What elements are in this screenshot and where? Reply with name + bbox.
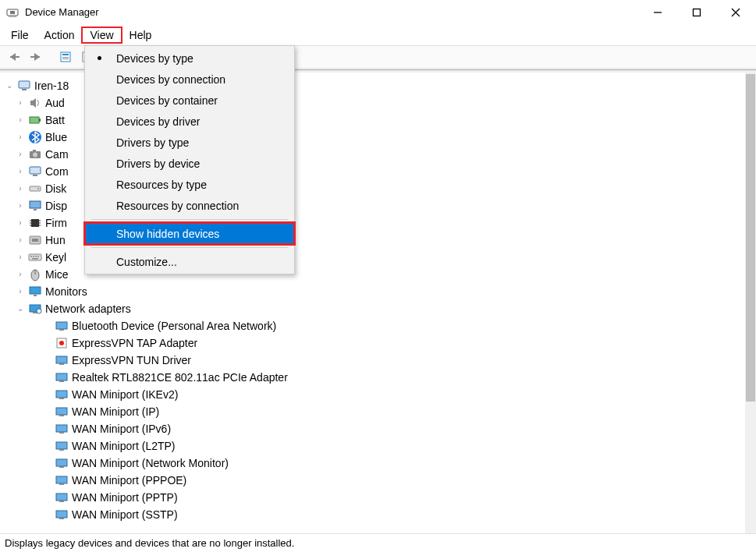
tree-device[interactable]: WAN Miniport (IPv6): [41, 420, 753, 437]
view-menu-item-label: Devices by type: [116, 52, 193, 65]
computer-icon: [17, 79, 31, 93]
netadapter-icon: [55, 353, 69, 367]
netadapter-icon: [55, 508, 69, 522]
tree-category-label: Batt: [45, 111, 65, 129]
svg-rect-11: [62, 57, 69, 58]
monitor-icon: [28, 285, 42, 299]
view-menu-item[interactable]: Devices by container: [85, 90, 294, 111]
properties-button[interactable]: [56, 48, 75, 66]
tree-category[interactable]: ⌄Network adapters: [14, 300, 753, 317]
scrollbar-thumb[interactable]: [746, 74, 755, 402]
menu-help[interactable]: Help: [122, 27, 160, 43]
tree-category-label: Mice: [45, 266, 69, 283]
view-menu-item[interactable]: Devices by connection: [85, 69, 294, 90]
view-menu-item[interactable]: Drivers by device: [85, 153, 294, 174]
svg-rect-67: [56, 442, 67, 449]
back-button[interactable]: [5, 48, 23, 66]
check-bullet-icon: [98, 56, 101, 60]
view-menu-item[interactable]: Devices by driver: [85, 111, 294, 132]
tree-device[interactable]: Realtek RTL8821CE 802.11ac PCIe Adapter: [41, 369, 753, 386]
tree-device-label: ExpressVPN TAP Adapter: [72, 334, 197, 352]
tree-device-label: Realtek RTL8821CE 802.11ac PCIe Adapter: [72, 369, 288, 386]
svg-point-52: [37, 309, 41, 313]
netadapter-icon: [55, 473, 69, 487]
view-menu-item[interactable]: Devices by type: [85, 48, 294, 69]
view-menu-item-label: Drivers by device: [116, 157, 200, 170]
tree-device[interactable]: WAN Miniport (IP): [41, 403, 753, 420]
tree-device[interactable]: Bluetooth Device (Personal Area Network): [41, 317, 753, 334]
menu-separator: [91, 219, 288, 220]
view-menu-item[interactable]: Resources by connection: [85, 195, 294, 216]
menu-file[interactable]: File: [3, 27, 37, 43]
expander-icon[interactable]: ›: [14, 266, 27, 283]
svg-rect-17: [19, 81, 30, 88]
keyboard-icon: [28, 250, 42, 264]
expander-icon[interactable]: ›: [14, 146, 27, 163]
tree-device-label: WAN Miniport (IKEv2): [72, 386, 178, 403]
expander-icon[interactable]: ›: [14, 163, 27, 180]
tree-device[interactable]: WAN Miniport (PPPOE): [41, 472, 753, 489]
view-menu-item-label: Resources by type: [116, 179, 207, 191]
svg-rect-48: [30, 287, 41, 294]
svg-rect-75: [56, 511, 67, 518]
expander-icon[interactable]: ›: [14, 180, 27, 197]
tree-category-label: Keyl: [45, 249, 66, 266]
svg-rect-58: [59, 363, 64, 365]
view-menu-item[interactable]: Show hidden devices: [85, 223, 294, 244]
forward-button[interactable]: [27, 48, 45, 66]
battery-icon: [28, 113, 42, 127]
expander-icon[interactable]: ›: [14, 129, 27, 146]
expander-icon[interactable]: ›: [14, 94, 27, 111]
status-text: Displays legacy devices and devices that…: [5, 537, 294, 549]
view-menu-item-label: Devices by driver: [116, 115, 200, 128]
view-menu-item[interactable]: Drivers by type: [85, 132, 294, 153]
expander-icon[interactable]: ›: [14, 283, 27, 300]
tree-category-label: Disp: [45, 197, 67, 214]
netadapter-icon: [55, 387, 69, 402]
svg-rect-59: [56, 373, 67, 380]
maximize-button[interactable]: [686, 2, 708, 23]
computer-icon: [28, 165, 42, 179]
bluetooth-icon: [28, 130, 42, 144]
display-icon: [28, 199, 42, 213]
menu-view[interactable]: View: [82, 27, 121, 43]
view-menu-item[interactable]: Customize...: [85, 251, 294, 272]
svg-rect-44: [37, 256, 39, 257]
expander-icon[interactable]: ›: [14, 232, 27, 249]
expander-icon[interactable]: ›: [14, 214, 27, 232]
svg-rect-76: [59, 518, 64, 519]
tree-device[interactable]: WAN Miniport (SSTP): [41, 506, 753, 523]
tree-device[interactable]: WAN Miniport (IKEv2): [41, 386, 753, 403]
tree-device[interactable]: WAN Miniport (PPTP): [41, 489, 753, 506]
tree-device[interactable]: WAN Miniport (L2TP): [41, 437, 753, 455]
tree-device[interactable]: ExpressVPN TUN Driver: [41, 352, 753, 369]
menu-action[interactable]: Action: [37, 27, 83, 43]
expander-icon[interactable]: ⌄: [14, 300, 27, 317]
tree-category-label: Hun: [45, 232, 66, 249]
chip-icon: [28, 216, 42, 230]
svg-rect-39: [32, 239, 38, 242]
minimize-button[interactable]: [647, 2, 669, 23]
svg-rect-29: [30, 201, 41, 208]
view-menu-item[interactable]: Resources by type: [85, 174, 294, 195]
close-button[interactable]: [725, 2, 747, 23]
svg-rect-64: [59, 415, 64, 416]
svg-rect-10: [62, 54, 69, 55]
view-menu-item-label: Drivers by type: [116, 136, 189, 149]
svg-rect-69: [56, 459, 67, 466]
svg-rect-49: [34, 295, 37, 296]
expander-icon[interactable]: ›: [14, 249, 27, 266]
svg-rect-20: [39, 119, 41, 122]
expander-icon[interactable]: ⌄: [3, 77, 16, 94]
expander-icon[interactable]: ›: [14, 197, 27, 214]
svg-rect-18: [22, 89, 27, 90]
tree-category-label: Aud: [45, 94, 65, 111]
tree-category[interactable]: ›Monitors: [14, 283, 753, 300]
vertical-scrollbar[interactable]: [745, 73, 756, 548]
tree-device[interactable]: ExpressVPN TAP Adapter: [41, 334, 753, 352]
svg-rect-41: [30, 256, 32, 257]
svg-rect-1: [10, 11, 15, 14]
netadapter-icon: [55, 405, 69, 419]
expander-icon[interactable]: ›: [14, 111, 27, 129]
tree-device[interactable]: WAN Miniport (Network Monitor): [41, 455, 753, 472]
